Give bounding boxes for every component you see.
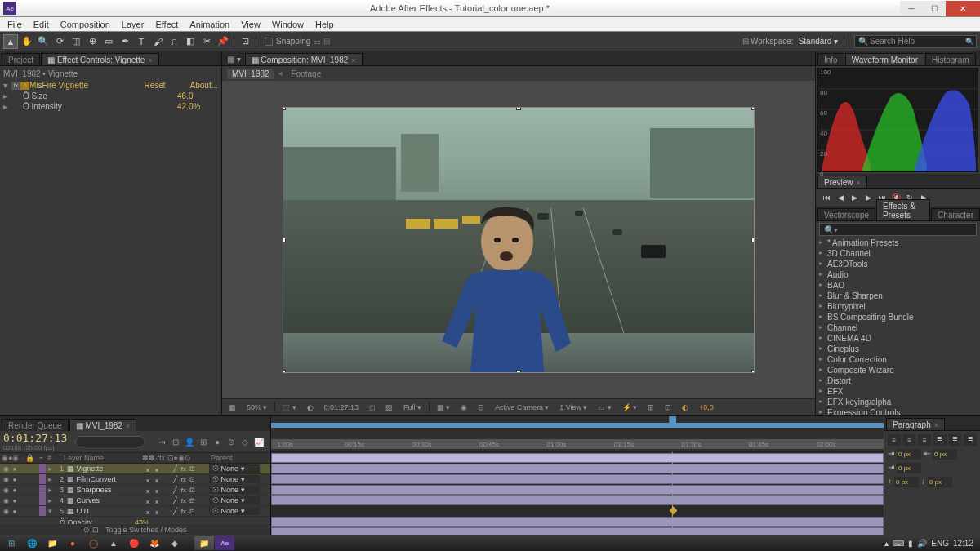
justify-all-button[interactable]: ≣ bbox=[964, 434, 977, 446]
track-bar[interactable] bbox=[271, 517, 884, 527]
layer-row[interactable]: ◉●▸1▦ Vignette⁎⁎╱fx⊡☉ None ▾ bbox=[0, 464, 270, 474]
taskbar-app2[interactable]: ◯ bbox=[83, 536, 103, 550]
track-bar[interactable] bbox=[271, 495, 884, 505]
tab-render-queue[interactable]: Render Queue bbox=[2, 419, 69, 431]
parent-dropdown[interactable]: ☉ None ▾ bbox=[209, 464, 260, 473]
timeline-ruler[interactable]: 1:00s00:15s00:30s00:45s01:00s01:15s01:30… bbox=[271, 416, 884, 452]
effect-name[interactable]: MisFire Vignette bbox=[29, 81, 144, 90]
snapping-checkbox[interactable] bbox=[265, 38, 273, 46]
viewer-timecode[interactable]: 0:01:27:13 bbox=[321, 403, 363, 411]
fx-category[interactable]: EFX bbox=[817, 386, 978, 397]
eraser-tool[interactable]: ◧ bbox=[183, 34, 198, 49]
view-dropdown[interactable]: 1 View ▾ bbox=[556, 403, 590, 411]
lock-toggle[interactable] bbox=[29, 508, 37, 515]
current-timecode[interactable]: 0:01:27:13 bbox=[3, 432, 67, 444]
transparency-toggle[interactable]: ▨ bbox=[382, 403, 396, 411]
tab-histogram[interactable]: Histogram bbox=[925, 53, 976, 65]
menu-window[interactable]: Window bbox=[266, 20, 310, 29]
timeline-tracks[interactable] bbox=[271, 452, 884, 535]
comp-crumb-2[interactable]: Footage bbox=[287, 69, 327, 79]
comp-crumb-1[interactable]: MVI_1982 bbox=[227, 69, 274, 79]
tray-volume-icon[interactable]: 🔊 bbox=[917, 539, 927, 548]
layer-color[interactable] bbox=[39, 506, 46, 516]
tab-paragraph[interactable]: Paragraph× bbox=[886, 418, 945, 430]
tab-effect-controls[interactable]: ▦ Effect Controls: Vignette× bbox=[41, 53, 159, 65]
effects-search-input[interactable]: 🔍▾ bbox=[819, 223, 977, 236]
param-value[interactable]: 46.0 bbox=[177, 91, 218, 100]
search-help-input[interactable]: 🔍Search Help bbox=[854, 35, 977, 48]
comp-nav-icon[interactable]: ▦ ▾ bbox=[224, 53, 244, 65]
fx-category[interactable]: Composite Wizard bbox=[817, 365, 978, 375]
layer-color[interactable] bbox=[39, 495, 46, 505]
taskbar-ie[interactable]: 🌐 bbox=[22, 536, 42, 550]
track-bar[interactable] bbox=[271, 464, 884, 473]
roto-tool[interactable]: ✂ bbox=[199, 34, 214, 49]
fx-category[interactable]: Expression Controls bbox=[817, 407, 978, 415]
tray-language[interactable]: ENG bbox=[931, 539, 949, 548]
align-center-button[interactable]: ≡ bbox=[903, 434, 916, 446]
mask-toggle[interactable]: ◉ bbox=[457, 403, 470, 411]
parent-dropdown[interactable]: ☉ None ▾ bbox=[209, 475, 260, 483]
solo-toggle[interactable]: ● bbox=[11, 487, 19, 494]
anchor-tool[interactable]: ⊡ bbox=[238, 34, 252, 49]
zoom-dropdown[interactable]: 50% ▾ bbox=[243, 403, 270, 411]
minimize-button[interactable]: ─ bbox=[900, 1, 923, 16]
lock-toggle[interactable] bbox=[29, 487, 37, 494]
layer-name[interactable]: ▦ FilmConvert bbox=[65, 475, 144, 483]
fx-category[interactable]: 3D Channel bbox=[817, 248, 978, 259]
solo-toggle[interactable]: ● bbox=[11, 508, 19, 515]
layer-row[interactable]: ◉●▸2▦ FilmConvert⁎⁎╱fx⊡☉ None ▾ bbox=[0, 474, 270, 485]
solo-toggle[interactable]: ● bbox=[11, 497, 19, 504]
opacity-value[interactable]: 43% bbox=[135, 518, 149, 525]
taskbar-app4[interactable]: ◆ bbox=[165, 536, 185, 550]
twirl-icon[interactable]: ▸ bbox=[3, 102, 11, 111]
reset-button[interactable]: Reset bbox=[144, 81, 165, 90]
selection-tool[interactable]: ▲ bbox=[3, 34, 18, 49]
menu-file[interactable]: File bbox=[2, 20, 28, 29]
pan-behind-tool[interactable]: ⊕ bbox=[85, 34, 100, 49]
indent-left-field[interactable]: 0 px bbox=[897, 449, 921, 460]
play-button[interactable]: ▶ bbox=[849, 192, 860, 203]
taskbar-explorer[interactable]: 📁 bbox=[42, 536, 62, 550]
tab-vectorscope[interactable]: Vectorscope bbox=[817, 208, 875, 220]
clone-tool[interactable]: ⎍ bbox=[167, 34, 181, 49]
twirl-icon[interactable]: ▸ bbox=[3, 91, 11, 100]
video-frame[interactable] bbox=[283, 108, 754, 372]
fx-category[interactable]: Cineplus bbox=[817, 344, 978, 354]
about-button[interactable]: About... bbox=[190, 81, 218, 90]
comp-mini-flowchart[interactable]: ⇥ bbox=[156, 436, 167, 447]
exposure-value[interactable]: +0,0 bbox=[696, 403, 717, 411]
camera-dropdown[interactable]: Active Camera ▾ bbox=[492, 403, 552, 411]
taskbar-app1[interactable]: ● bbox=[63, 536, 82, 550]
tray-lang-icon[interactable]: ⌨ bbox=[893, 539, 904, 548]
layer-name[interactable]: ▦ Curves bbox=[65, 496, 144, 504]
align-left-button[interactable]: ≡ bbox=[888, 434, 901, 446]
graph-editor-toggle[interactable]: 📈 bbox=[253, 436, 265, 447]
menu-edit[interactable]: Edit bbox=[28, 20, 55, 29]
visibility-toggle[interactable]: ◉ bbox=[2, 508, 10, 515]
keyframe-marker[interactable] bbox=[670, 507, 678, 515]
composition-viewer[interactable] bbox=[222, 81, 815, 398]
track-bar[interactable] bbox=[271, 453, 884, 463]
menu-animation[interactable]: Animation bbox=[184, 20, 235, 29]
fx-category[interactable]: Distort bbox=[817, 375, 978, 386]
auto-keyframe-toggle[interactable]: ◇ bbox=[239, 436, 251, 447]
channel-toggle[interactable]: ⬚ ▾ bbox=[279, 403, 300, 411]
layer-search-input[interactable] bbox=[75, 436, 145, 447]
parent-dropdown[interactable]: ☉ None ▾ bbox=[209, 486, 260, 494]
fx-category[interactable]: Blurrypixel bbox=[817, 301, 978, 312]
frame-blend-toggle[interactable]: ⊞ bbox=[198, 436, 209, 447]
fx-category[interactable]: * Animation Presets bbox=[817, 238, 978, 248]
roi-toggle[interactable]: ◻ bbox=[366, 403, 378, 411]
pen-tool[interactable]: ✒ bbox=[118, 34, 132, 49]
toggle-switches-label[interactable]: Toggle Switches / Modes bbox=[105, 526, 187, 534]
fx-category[interactable]: CINEMA 4D bbox=[817, 333, 978, 344]
align-right-button[interactable]: ≡ bbox=[918, 434, 931, 446]
layer-twirl[interactable]: ▸ bbox=[46, 486, 54, 494]
solo-toggle[interactable]: ● bbox=[11, 476, 19, 483]
tab-info[interactable]: Info bbox=[817, 53, 844, 65]
fx-category[interactable]: AE3DTools bbox=[817, 259, 978, 269]
visibility-toggle[interactable]: ◉ bbox=[2, 487, 10, 494]
menu-effect[interactable]: Effect bbox=[149, 20, 184, 29]
timeline-toggle[interactable]: ⊞ bbox=[644, 403, 657, 411]
